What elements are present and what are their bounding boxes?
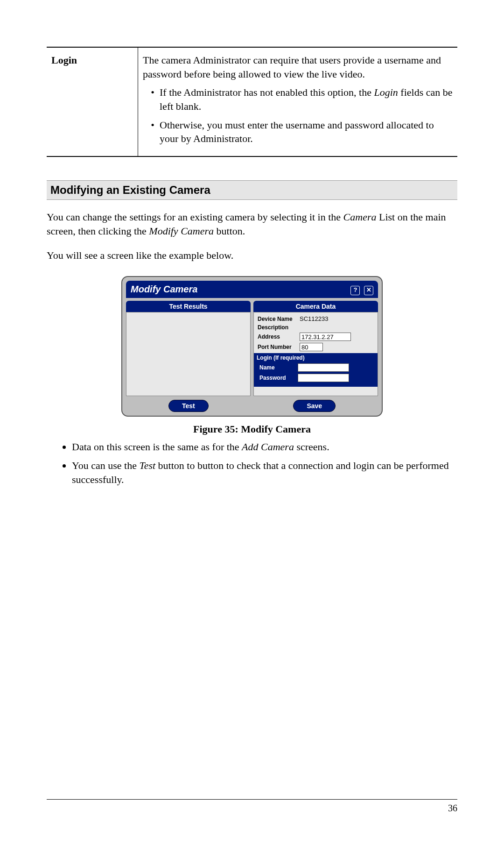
camera-data-panel: Camera Data Device Name SC112233 Descrip…: [253, 301, 378, 396]
text: screens.: [294, 441, 329, 453]
login-password-input[interactable]: [298, 374, 349, 382]
text: Data on this screen is the same as for t…: [72, 441, 242, 453]
login-section-header: Login (If required): [254, 353, 378, 362]
test-results-panel: Test Results: [126, 301, 251, 396]
paragraph: You can change the settings for an exist…: [47, 210, 457, 238]
help-icon[interactable]: ?: [350, 286, 360, 295]
list-item: Data on this screen is the same as for t…: [72, 440, 457, 454]
table-intro: The camera Administrator can require tha…: [143, 53, 453, 81]
bullet-italic: Login: [374, 86, 398, 98]
section-heading: Modifying an Existing Camera: [47, 180, 457, 200]
port-input[interactable]: [300, 343, 323, 351]
panel-header: Test Results: [126, 301, 251, 312]
field-row: Name: [258, 363, 374, 372]
footer-rule: [47, 799, 457, 800]
post-figure-bullets: Data on this screen is the same as for t…: [47, 440, 457, 486]
close-icon[interactable]: ✕: [364, 286, 373, 295]
login-name-input[interactable]: [298, 363, 349, 372]
modify-camera-dialog: Modify Camera ? ✕ Test Results Camera Da…: [121, 276, 383, 417]
description-label: Description: [258, 324, 300, 331]
field-row: Device Name SC112233: [258, 315, 374, 322]
text: You can use the: [72, 460, 139, 471]
field-row: Port Number: [258, 343, 374, 351]
bullet-text: Otherwise, you must enter the username a…: [160, 119, 434, 145]
text-italic: Modify Camera: [149, 225, 214, 237]
device-name-label: Device Name: [258, 316, 300, 322]
document-page: Login The camera Administrator can requi…: [0, 0, 504, 851]
figure-wrap: Modify Camera ? ✕ Test Results Camera Da…: [47, 276, 457, 435]
text-italic: Camera: [343, 211, 377, 223]
text: You can change the settings for an exist…: [47, 211, 343, 223]
dialog-title-icons: ? ✕: [349, 284, 373, 295]
table-bullet: If the Administrator has not enabled thi…: [160, 85, 453, 113]
text: button.: [214, 225, 245, 237]
field-row: Description: [258, 324, 374, 331]
text-italic: Add Camera: [242, 441, 294, 453]
login-name-label: Name: [258, 363, 294, 372]
port-label: Port Number: [258, 344, 300, 350]
panel-header: Camera Data: [253, 301, 378, 312]
table-left-header: Login: [47, 47, 138, 156]
address-input[interactable]: [300, 333, 351, 341]
dialog-titlebar: Modify Camera ? ✕: [126, 281, 378, 298]
text-italic: Test: [139, 460, 155, 471]
login-table: Login The camera Administrator can requi…: [47, 47, 457, 157]
dialog-buttons: Test Save: [126, 400, 378, 412]
list-item: You can use the Test button to button to…: [72, 459, 457, 486]
dialog-body: Test Results Camera Data Device Name SC1…: [126, 301, 378, 396]
login-rows: Name Password: [254, 362, 378, 387]
figure-caption: Figure 35: Modify Camera: [47, 423, 457, 435]
page-number: 36: [448, 803, 457, 814]
table-right-cell: The camera Administrator can require tha…: [138, 47, 458, 156]
save-button[interactable]: Save: [293, 400, 336, 412]
test-button[interactable]: Test: [168, 400, 209, 412]
camera-data-body: Device Name SC112233 Description Address: [253, 312, 378, 396]
test-results-body: [126, 312, 251, 396]
field-row: Password: [258, 374, 374, 382]
device-name-value: SC112233: [300, 315, 328, 322]
dialog-title: Modify Camera: [131, 284, 197, 295]
paragraph: You will see a screen like the example b…: [47, 248, 457, 262]
address-label: Address: [258, 333, 300, 340]
bullet-text: If the Administrator has not enabled thi…: [160, 86, 374, 98]
table-bullets: If the Administrator has not enabled thi…: [143, 85, 453, 146]
field-row: Address: [258, 333, 374, 341]
table-bullet: Otherwise, you must enter the username a…: [160, 118, 453, 146]
login-password-label: Password: [258, 374, 294, 382]
